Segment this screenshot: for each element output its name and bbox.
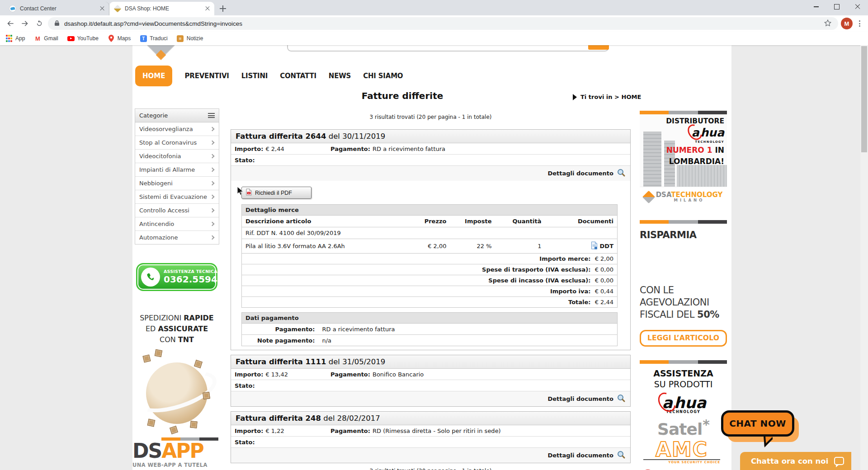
ddt-document-icon[interactable]	[591, 241, 598, 251]
tab-close-icon[interactable]	[100, 6, 104, 11]
magnifier-icon[interactable]	[617, 394, 626, 404]
invoice-payment: RD (Rimessa diretta - Solo per ritiri in…	[373, 428, 501, 434]
tab-strip: Contact Center DSA Shop: HOME	[0, 0, 868, 15]
ddt-link[interactable]: DDT	[600, 243, 613, 249]
tab-close-icon[interactable]	[205, 6, 210, 11]
totals-row: Importo iva: € 0,44	[242, 286, 618, 297]
banner-distributore-dahua[interactable]: DISTRIBUTORE ahua TECHNOLOGY NUMERO 1 IN…	[640, 111, 727, 207]
bookmark-maps[interactable]: Maps	[108, 35, 131, 42]
details-link[interactable]: Dettagli documento	[547, 170, 613, 177]
invoice-amount: € 1,22	[265, 428, 284, 434]
invoice-card-2644: Fattura differita 2644 del 30/11/2019 Im…	[231, 129, 631, 350]
profile-avatar[interactable]: M	[841, 18, 853, 29]
invoice-status-row: Stato:	[231, 437, 630, 448]
new-tab-button[interactable]	[217, 3, 229, 14]
chevron-right-icon	[210, 127, 215, 132]
bookmarks-bar: App M Gmail YouTube Maps T Traduci ≡ Not…	[0, 32, 868, 45]
categories-header[interactable]: Categorie	[135, 109, 219, 122]
invoice-amount-row: Importo:€ 2,44 Pagamento:RD a riceviment…	[231, 143, 630, 155]
magnifier-icon[interactable]	[617, 450, 626, 461]
chevron-right-icon	[210, 141, 215, 145]
magnifier-icon[interactable]	[617, 168, 626, 179]
sidebar-item-videosorveglianza[interactable]: Videosorveglianza	[135, 122, 219, 136]
site-search-button[interactable]	[588, 45, 609, 50]
url-bar[interactable]: dsashop.it/default.asp?cmd=viewDocuments…	[48, 17, 838, 30]
sidebar-item-nebbiogeni[interactable]: Nebbiogeni	[135, 177, 219, 190]
maximize-button[interactable]	[826, 0, 847, 14]
totals-table: Importo merce: € 2,00 Spese di trasporto…	[241, 254, 618, 308]
news-icon: ≡	[177, 35, 184, 42]
chat-now-bubble[interactable]: CHAT NOW	[721, 410, 803, 452]
site-wrapper: HOME PREVENTIVI LISTINI CONTATTI NEWS CH…	[132, 45, 731, 470]
payment-table: Pagamento: RD a ricevimento fattura Note…	[241, 324, 618, 346]
browser-toolbar: dsashop.it/default.asp?cmd=viewDocuments…	[0, 15, 868, 32]
nav-item-preventivi[interactable]: PREVENTIVI	[184, 72, 229, 80]
shipping-globe-image	[142, 349, 212, 439]
reload-icon[interactable]	[33, 18, 45, 29]
merce-ref-row: Rif. DDT N. 4100 del 30/09/2019	[242, 227, 618, 239]
invoice-details-row: Dettagli documento	[231, 391, 630, 406]
site-search-input[interactable]	[287, 45, 609, 52]
read-article-button[interactable]: LEGGI L’ARTICOLO	[640, 330, 727, 347]
back-icon[interactable]	[5, 18, 16, 29]
dsa-technology-strip: DSATECHNOLOGY MILANO	[640, 187, 727, 207]
window-close-button[interactable]	[847, 0, 868, 14]
item-quantity: 1	[495, 239, 545, 254]
dahua-brand-logo[interactable]: ahua TECHNOLOGY	[640, 394, 727, 414]
axel-brand-logo[interactable]: AXEL	[640, 468, 727, 470]
bookmark-notizie[interactable]: ≡ Notizie	[177, 35, 203, 42]
minimize-button[interactable]	[806, 0, 826, 14]
sidebar-item-automazione[interactable]: Automazione	[135, 231, 219, 244]
page-scrollbar[interactable]	[860, 45, 868, 470]
invoice-card-248: Fattura differita 248 del 28/02/2017 Imp…	[231, 411, 631, 463]
request-pdf-button[interactable]: Richiedi il PDF	[241, 187, 311, 199]
nav-item-home[interactable]: HOME	[135, 66, 172, 86]
browser-menu-icon[interactable]	[855, 19, 863, 28]
chevron-right-icon	[210, 235, 215, 240]
details-link[interactable]: Dettagli documento	[547, 395, 613, 402]
invoice-header: Fattura differita 2644 del 30/11/2019	[231, 130, 630, 143]
nav-item-listini[interactable]: LISTINI	[241, 72, 268, 80]
scrollbar-thumb[interactable]	[861, 46, 867, 152]
sidebar-item-impianti-di-allarme[interactable]: Impianti di Allarme	[135, 163, 219, 177]
chat-now-label[interactable]: CHAT NOW	[721, 410, 794, 437]
chat-launcher-bar[interactable]: Chatta ora con noi	[740, 452, 851, 470]
satel-brand-logo[interactable]: Satel*	[640, 417, 727, 438]
nav-item-chi-siamo[interactable]: CHI SIAMO	[363, 72, 403, 80]
sidebar-item-videocitofonia[interactable]: Videocitofonia	[135, 150, 219, 163]
amc-brand-logo[interactable]: AMC YOUR SECURITY CHOICE	[643, 440, 720, 461]
sidebar-item-antincendio[interactable]: Antincendio	[135, 217, 219, 231]
sidebar-item-controllo-accessi[interactable]: Controllo Accessi	[135, 204, 219, 217]
banner-assistenza-prodotti: ASSISTENZA SU PRODOTTI ahua TECHNOLOGY S…	[640, 360, 727, 470]
payment-row: Pagamento: RD a ricevimento fattura	[242, 324, 618, 335]
list-icon	[208, 113, 215, 118]
bookmark-star-icon[interactable]	[824, 19, 832, 28]
nav-item-news[interactable]: NEWS	[329, 72, 351, 80]
breadcrumb-text[interactable]: Ti trovi in > HOME	[580, 94, 641, 100]
payment-section: Dati pagamento Pagamento: RD a ricevimen…	[241, 312, 618, 346]
tab-dsa-shop[interactable]: DSA Shop: HOME	[109, 2, 214, 15]
invoice-expanded-detail: Richiedi il PDF Dettaglio merce Descrizi…	[231, 181, 630, 350]
contact-center-favicon	[9, 5, 16, 12]
url-text[interactable]: dsashop.it/default.asp?cmd=viewDocuments…	[64, 20, 819, 27]
forward-icon[interactable]	[19, 18, 31, 29]
sidebar-item-sistemi-di-evacuazione[interactable]: Sistemi di Evacuazione	[135, 190, 219, 204]
bookmark-apps[interactable]: App	[5, 35, 25, 42]
totals-row-total: Totale: € 2,44	[242, 297, 618, 308]
gmail-icon: M	[34, 35, 41, 42]
bookmark-traduci[interactable]: T Traduci	[140, 35, 168, 42]
bookmark-youtube[interactable]: YouTube	[67, 35, 99, 42]
merce-item-row: Pila al litio 3.6V formato AA 2.6Ah € 2,…	[242, 239, 618, 254]
chevron-right-icon	[210, 222, 215, 226]
banner-risparmia: RISPARMIA CON LE AGEVOLAZIONI FISCALI DE…	[640, 220, 727, 347]
bookmark-gmail[interactable]: M Gmail	[34, 35, 58, 42]
sidebar-item-stop-al-coronavirus[interactable]: Stop al Coronavirus	[135, 136, 219, 150]
merce-table-header-row: Descrizione articolo Prezzo Imposte Quan…	[242, 216, 618, 227]
categories-panel: Categorie Videosorveglianza Stop al Coro…	[135, 108, 219, 244]
invoice-details-row: Dettagli documento	[231, 448, 630, 463]
dahua-logo: ahua	[666, 126, 724, 140]
whatsapp-assistance-badge[interactable]: ASSISTENZA TECNICA 0362.559468	[136, 263, 217, 291]
details-link[interactable]: Dettagli documento	[547, 452, 613, 459]
tab-contact-center[interactable]: Contact Center	[5, 2, 109, 15]
nav-item-contatti[interactable]: CONTATTI	[280, 72, 316, 80]
